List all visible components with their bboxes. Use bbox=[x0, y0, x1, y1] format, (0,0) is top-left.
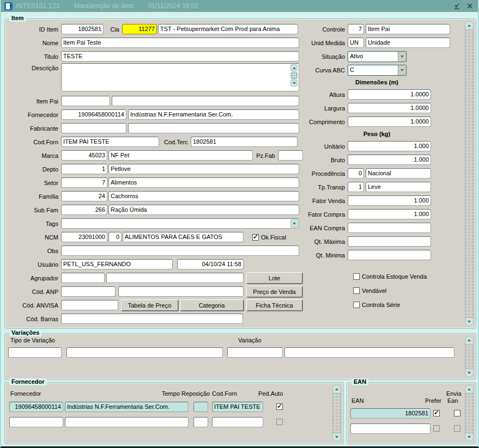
ncm-code-field[interactable]: 23091000 bbox=[61, 232, 107, 242]
scroll-down-button[interactable] bbox=[465, 433, 473, 441]
fornecedor-desc-field[interactable]: Indústrias N.F.Ferramentaria Ser.Com. bbox=[128, 109, 299, 120]
controle-desc-field[interactable]: Item Pai bbox=[366, 24, 450, 34]
tipo-variacao-desc-field[interactable] bbox=[66, 347, 223, 358]
depto-desc-field[interactable]: Petlove bbox=[108, 164, 299, 174]
sub-fam-code-field[interactable]: 266 bbox=[61, 205, 107, 215]
cod-forn-field[interactable]: ITEM PAI TESTE bbox=[61, 137, 159, 147]
ean-cell[interactable]: 1802581 bbox=[350, 408, 431, 419]
cod-anvisa-field[interactable] bbox=[61, 300, 118, 310]
scroll-down-button[interactable] bbox=[465, 369, 473, 377]
fabricante-code-field[interactable] bbox=[61, 123, 126, 133]
ficha-tecnica-button[interactable]: Ficha Técnica bbox=[246, 299, 302, 311]
tags-dropdown-button[interactable] bbox=[290, 219, 298, 228]
scroll-up-button[interactable] bbox=[465, 22, 473, 29]
tipo-variacao-code-field[interactable] bbox=[8, 347, 62, 358]
tp-transp-desc-field[interactable]: Leve bbox=[366, 182, 431, 192]
pz-fab-field[interactable] bbox=[278, 150, 303, 161]
cod-forn-cell[interactable]: ITEM PAI TESTE bbox=[212, 402, 263, 412]
scroll-down-button[interactable] bbox=[465, 318, 473, 326]
marca-desc-field[interactable]: NF Pet bbox=[108, 150, 253, 161]
scroll-up-button[interactable] bbox=[465, 385, 473, 393]
fornecedor-desc-cell[interactable] bbox=[65, 417, 189, 427]
fornecedor-code-cell[interactable] bbox=[9, 417, 63, 427]
procedencia-desc-field[interactable]: Nacional bbox=[366, 168, 431, 179]
scroll-thumb[interactable] bbox=[333, 393, 341, 433]
preco-de-venda-button[interactable]: Preço de Venda bbox=[246, 286, 302, 297]
tp-transp-code-field[interactable]: 1 bbox=[348, 182, 364, 192]
scroll-thumb[interactable] bbox=[465, 393, 473, 433]
cod-forn-cell[interactable] bbox=[212, 417, 263, 427]
altura-field[interactable]: 1.0000 bbox=[348, 89, 431, 100]
close-button[interactable]: ✕ bbox=[465, 1, 475, 11]
comprimento-field[interactable]: 1.0000 bbox=[348, 116, 431, 127]
ok-fiscal-checkbox[interactable] bbox=[252, 234, 259, 241]
fator-compra-field[interactable]: 1.000 bbox=[348, 209, 431, 219]
item-pai-desc-field[interactable] bbox=[112, 96, 299, 106]
ncm-ex-field[interactable]: 0 bbox=[108, 232, 122, 242]
nome-field[interactable]: Item Pai Teste bbox=[61, 38, 299, 48]
lote-button[interactable]: Lote bbox=[246, 272, 302, 284]
resize-grip-icon[interactable] bbox=[290, 72, 298, 79]
controla-estoque-venda-checkbox[interactable] bbox=[353, 273, 360, 280]
setor-desc-field[interactable]: Alimentos bbox=[108, 177, 299, 188]
marca-code-field[interactable]: 45023 bbox=[61, 150, 107, 161]
ean-scrollbar[interactable] bbox=[465, 385, 474, 441]
depto-code-field[interactable]: 1 bbox=[61, 164, 107, 174]
tags-field[interactable] bbox=[61, 218, 299, 229]
scroll-up-button[interactable] bbox=[465, 336, 473, 344]
tempo-reposicao-cell[interactable] bbox=[193, 402, 208, 412]
obs-field[interactable] bbox=[61, 246, 299, 256]
situacao-dropdown-button[interactable] bbox=[398, 52, 406, 62]
largura-field[interactable]: 1.0000 bbox=[348, 103, 431, 113]
prefer-checkbox[interactable] bbox=[433, 410, 440, 416]
item-pai-code-field[interactable] bbox=[61, 96, 110, 106]
scroll-down-button[interactable] bbox=[290, 79, 298, 87]
agrupador-desc-field[interactable] bbox=[106, 273, 244, 283]
agrupador-code-field[interactable] bbox=[61, 273, 105, 283]
variacao-desc-field[interactable] bbox=[284, 347, 454, 358]
categoria-button[interactable]: Categoria bbox=[180, 299, 244, 311]
sub-fam-desc-field[interactable]: Ração Úmida bbox=[108, 205, 299, 215]
bruto-field[interactable]: 1.000 bbox=[348, 155, 431, 165]
curva-abc-select[interactable]: C bbox=[348, 65, 407, 76]
familia-desc-field[interactable]: Cachorros bbox=[108, 191, 299, 201]
ean-cell[interactable] bbox=[350, 424, 431, 434]
procedencia-code-field[interactable]: 0 bbox=[348, 168, 364, 179]
controle-code-field[interactable]: 7 bbox=[348, 24, 364, 34]
qt-minima-field[interactable] bbox=[348, 250, 431, 260]
fornecedor-desc-cell[interactable]: Indústrias N.F.Ferramentaria Ser.Com. bbox=[65, 402, 189, 412]
scroll-thumb[interactable] bbox=[465, 344, 473, 369]
titulo-field[interactable]: TESTE bbox=[61, 51, 299, 62]
usuario-datetime-field[interactable]: 04/10/24 11:58 bbox=[177, 259, 244, 269]
cia-desc-field[interactable]: TST - Petsupermarket Com Prod para Anima bbox=[158, 24, 298, 34]
controla-serie-checkbox[interactable] bbox=[353, 302, 360, 308]
situacao-select[interactable]: Ativo bbox=[348, 51, 407, 62]
item-scrollbar[interactable] bbox=[465, 21, 474, 326]
fornecedor-code-cell[interactable]: 19096458000114 bbox=[9, 402, 63, 412]
scroll-up-button[interactable] bbox=[333, 385, 341, 393]
fator-venda-field[interactable]: 1.000 bbox=[348, 195, 431, 206]
curva-abc-dropdown-button[interactable] bbox=[398, 65, 406, 75]
setor-code-field[interactable]: 7 bbox=[61, 177, 107, 188]
scroll-thumb[interactable] bbox=[465, 29, 473, 318]
vendavel-checkbox[interactable] bbox=[353, 287, 360, 294]
variacoes-scrollbar[interactable] bbox=[465, 336, 474, 377]
id-item-field[interactable]: 1802581 bbox=[61, 24, 104, 34]
usuario-field[interactable]: PETL_USS_FERNANDO bbox=[61, 259, 173, 269]
ean-compra-field[interactable] bbox=[348, 223, 431, 233]
cod-barras-field[interactable] bbox=[61, 314, 243, 324]
restore-button[interactable] bbox=[452, 1, 462, 11]
cod-anp-code-field[interactable] bbox=[61, 286, 116, 297]
envia-ean-checkbox[interactable] bbox=[454, 410, 460, 416]
fornecedor-code-field[interactable]: 19096458000114 bbox=[61, 109, 126, 120]
descricao-field[interactable] bbox=[61, 63, 299, 91]
ped-auto-checkbox[interactable] bbox=[276, 403, 283, 410]
cia-code-field[interactable]: 11277 bbox=[122, 24, 157, 34]
qt-maxima-field[interactable] bbox=[348, 236, 431, 247]
unitario-field[interactable]: 1.000 bbox=[348, 141, 431, 151]
tempo-reposicao-cell[interactable] bbox=[193, 417, 208, 427]
familia-code-field[interactable]: 24 bbox=[61, 191, 107, 201]
unid-medida-desc-field[interactable]: Unidade bbox=[366, 38, 450, 48]
ncm-desc-field[interactable]: ALIMENTOS PARA CAES E GATOS bbox=[123, 232, 244, 242]
scroll-down-button[interactable] bbox=[333, 433, 341, 441]
